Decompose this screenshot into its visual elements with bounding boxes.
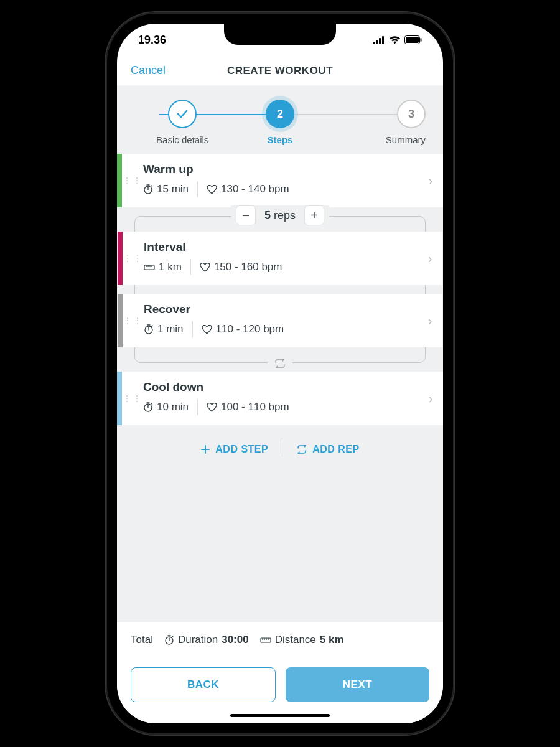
- page-title: CREATE WORKOUT: [227, 65, 333, 77]
- heart-icon: [207, 185, 217, 194]
- svg-rect-2: [379, 38, 381, 44]
- svg-rect-8: [144, 265, 154, 270]
- duration-value: 15 min: [143, 183, 189, 195]
- step-title: Cool down: [143, 380, 413, 394]
- wifi-icon: [389, 35, 401, 44]
- step-card-recover[interactable]: ⋮⋮ Recover 1 min: [118, 294, 442, 347]
- checkmark-icon: [168, 100, 197, 128]
- svg-rect-0: [373, 42, 375, 44]
- notch: [224, 24, 336, 45]
- step-color-bar: [118, 232, 123, 285]
- back-button[interactable]: BACK: [131, 667, 276, 702]
- wizard-label: Basic details: [156, 134, 208, 145]
- step-body: Interval 1 km 150 - 160 bpm: [144, 232, 418, 285]
- step-color-bar: [118, 294, 123, 347]
- step-title: Warm up: [143, 162, 413, 176]
- separator: [197, 399, 198, 415]
- phone-frame: 19.36 Cancel CREATE WORKOUT: [106, 12, 454, 735]
- stopwatch-icon: [144, 324, 154, 334]
- home-indicator[interactable]: [230, 714, 330, 717]
- reps-count-label: 5 reps: [264, 209, 296, 222]
- status-time: 19.36: [138, 34, 166, 47]
- totals-bar: Total Duration 30:00 Distance 5 km: [117, 622, 443, 657]
- total-label: Total: [131, 634, 153, 646]
- heart-rate-value: 150 - 160 bpm: [200, 261, 282, 273]
- stopwatch-icon: [143, 402, 153, 412]
- reps-header: − 5 reps +: [231, 205, 329, 225]
- loop-icon: [296, 445, 307, 454]
- duration-value: 10 min: [143, 401, 189, 413]
- wizard-step-number: 2: [266, 100, 294, 128]
- separator: [190, 259, 191, 275]
- nav-bar: Cancel CREATE WORKOUT: [117, 56, 443, 86]
- step-color-bar: [117, 372, 122, 425]
- step-meta: 1 min 110 - 120 bpm: [144, 321, 413, 337]
- svg-rect-12: [261, 638, 271, 642]
- reps-group: − 5 reps + ⋮⋮ Interval: [117, 216, 443, 363]
- chevron-right-icon: ›: [418, 154, 443, 207]
- wizard-step-summary[interactable]: 3 Summary: [330, 100, 426, 145]
- add-actions-row: ADD STEP ADD REP: [117, 434, 443, 470]
- separator: [192, 321, 193, 337]
- step-meta: 15 min 130 - 140 bpm: [143, 181, 413, 197]
- plus-icon: [200, 444, 210, 454]
- step-title: Interval: [144, 240, 413, 254]
- step-card-cooldown[interactable]: ⋮⋮ Cool down 10 min 100 - 110 bpm: [117, 372, 443, 425]
- wizard-progress: Basic details 2 Steps 3 Summary: [117, 86, 443, 154]
- total-distance: Distance 5 km: [260, 634, 344, 646]
- heart-icon: [207, 403, 217, 412]
- chevron-right-icon: ›: [418, 294, 442, 347]
- drag-handle-icon[interactable]: ⋮⋮: [123, 232, 144, 285]
- ruler-icon: [260, 636, 271, 644]
- wizard-label: Summary: [386, 134, 426, 145]
- reps-border: − 5 reps + ⋮⋮ Interval: [134, 216, 426, 363]
- svg-rect-3: [382, 36, 384, 44]
- battery-icon: [404, 35, 422, 44]
- loop-icon: [268, 359, 292, 368]
- heart-rate-value: 100 - 110 bpm: [207, 401, 289, 413]
- stopwatch-icon: [164, 635, 174, 645]
- increase-reps-button[interactable]: +: [304, 205, 324, 225]
- distance-value: 1 km: [144, 261, 182, 273]
- step-body: Recover 1 min 110 - 120 bpm: [144, 294, 418, 347]
- decrease-reps-button[interactable]: −: [236, 205, 256, 225]
- step-color-bar: [117, 154, 122, 207]
- drag-handle-icon[interactable]: ⋮⋮: [122, 154, 143, 207]
- wizard-step-basic-details[interactable]: Basic details: [134, 100, 230, 145]
- step-card-interval[interactable]: ⋮⋮ Interval 1 km: [118, 232, 442, 285]
- add-rep-button[interactable]: ADD REP: [282, 440, 373, 459]
- heart-rate-value: 130 - 140 bpm: [207, 183, 289, 195]
- add-step-button[interactable]: ADD STEP: [187, 440, 282, 459]
- heart-icon: [202, 325, 212, 334]
- svg-rect-1: [376, 40, 378, 44]
- svg-rect-5: [406, 37, 419, 43]
- cellular-icon: [373, 36, 385, 44]
- next-button[interactable]: NEXT: [286, 667, 429, 702]
- separator: [197, 181, 198, 197]
- chevron-right-icon: ›: [418, 232, 442, 285]
- duration-value: 1 min: [144, 323, 184, 336]
- drag-handle-icon[interactable]: ⋮⋮: [122, 372, 143, 425]
- status-icons: [373, 35, 422, 44]
- chevron-right-icon: ›: [418, 372, 443, 425]
- wizard-label: Steps: [268, 134, 293, 145]
- step-meta: 10 min 100 - 110 bpm: [143, 399, 413, 415]
- ruler-icon: [144, 263, 155, 271]
- svg-rect-6: [421, 38, 422, 42]
- cancel-button[interactable]: Cancel: [131, 64, 166, 77]
- step-title: Recover: [144, 303, 413, 316]
- screen: 19.36 Cancel CREATE WORKOUT: [117, 24, 443, 723]
- wizard-step-steps[interactable]: 2 Steps: [232, 100, 328, 145]
- stopwatch-icon: [143, 184, 153, 194]
- total-duration: Duration 30:00: [164, 634, 249, 646]
- heart-rate-value: 110 - 120 bpm: [202, 323, 284, 336]
- wizard-step-number: 3: [397, 100, 426, 128]
- step-meta: 1 km 150 - 160 bpm: [144, 259, 413, 275]
- step-body: Warm up 15 min 130 - 140 bpm: [143, 154, 418, 207]
- drag-handle-icon[interactable]: ⋮⋮: [123, 294, 144, 347]
- heart-icon: [200, 263, 210, 272]
- workout-steps-list: ⋮⋮ Warm up 15 min 130 - 140 bpm: [117, 154, 443, 622]
- step-body: Cool down 10 min 100 - 110 bpm: [143, 372, 418, 425]
- step-card-warmup[interactable]: ⋮⋮ Warm up 15 min 130 - 140 bpm: [117, 154, 443, 207]
